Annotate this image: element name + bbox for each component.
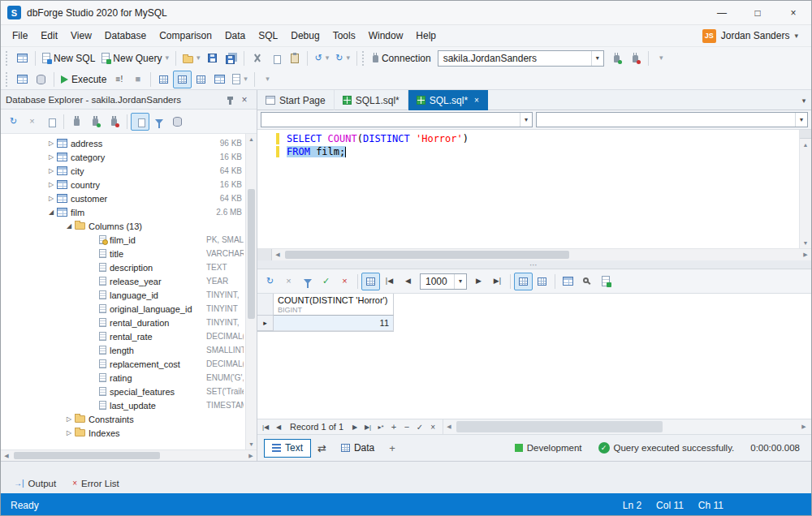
chevron-down-icon[interactable]: ▾ — [326, 54, 330, 62]
environment-indicator[interactable]: Development — [510, 443, 587, 453]
split-handle[interactable] — [800, 130, 811, 139]
cancel-results-button[interactable]: × — [279, 273, 298, 290]
show-object-sizes-button[interactable] — [131, 113, 149, 131]
execute-script-button[interactable]: ≡! — [110, 71, 128, 88]
export-data-button[interactable] — [596, 273, 615, 290]
edit-table-button[interactable] — [13, 49, 32, 67]
expand-icon[interactable]: ▷ — [64, 429, 74, 436]
menu-item-data[interactable]: Data — [218, 27, 252, 45]
scroll-down-icon[interactable]: ▼ — [246, 439, 257, 449]
disconnect-button[interactable] — [105, 113, 123, 131]
scroll-right-icon[interactable]: ▶ — [245, 453, 257, 459]
refresh-results-button[interactable]: ↻ — [261, 273, 279, 290]
cancel-changes-button[interactable]: × — [335, 273, 354, 290]
find-in-results-button[interactable] — [577, 273, 596, 290]
scrollbar-thumb[interactable] — [456, 421, 663, 432]
expand-icon[interactable]: ▷ — [64, 415, 74, 423]
expand-icon[interactable]: ▷ — [46, 167, 56, 174]
tree-item-customer[interactable]: ▷customer64 KB — [1, 191, 257, 205]
new-sql-button[interactable]: New SQL — [39, 49, 98, 67]
scroll-down-icon[interactable]: ▼ — [800, 238, 811, 248]
close-button[interactable]: × — [775, 1, 811, 24]
connection-button[interactable]: Connection — [369, 49, 434, 67]
new-query-button[interactable]: New Query ▾ — [98, 49, 172, 67]
chevron-down-icon[interactable]: ▾ — [794, 32, 798, 40]
pivot-view-button[interactable] — [559, 273, 577, 290]
next-page-button[interactable]: ▶ — [469, 273, 488, 290]
new-record-button[interactable]: ▸* — [374, 420, 387, 433]
editor-horizontal-scrollbar[interactable]: ◀ ▶ — [257, 248, 811, 260]
prev-record-button[interactable]: ◀ — [272, 420, 285, 433]
format-sql-button[interactable] — [13, 71, 32, 88]
tree-item-release-year[interactable]: release_yearYEAR — [1, 274, 257, 288]
tab-text-view[interactable]: Text — [264, 439, 311, 458]
chevron-down-icon[interactable]: ▾ — [244, 75, 248, 83]
close-panel-icon[interactable]: × — [237, 92, 252, 107]
tree-item-country[interactable]: ▷country16 KB — [1, 178, 257, 191]
menu-item-window[interactable]: Window — [362, 27, 410, 45]
menu-item-sql[interactable]: SQL — [252, 27, 284, 45]
tree-item-film[interactable]: ◢film2.6 MB — [1, 205, 257, 219]
tree-item-rental-rate[interactable]: rental_rateDECIMAL( — [1, 329, 257, 343]
refresh-button[interactable]: ↻ — [4, 113, 23, 131]
database-selector-combobox[interactable]: ▾ — [261, 112, 533, 127]
tab-output[interactable]: →| Output — [6, 474, 64, 493]
tree-item-language-id[interactable]: language_idTINYINT, — [1, 288, 257, 302]
account-area[interactable]: JS Jordan Sanders ▾ — [702, 29, 806, 43]
connect-button[interactable] — [607, 49, 626, 67]
menu-item-file[interactable]: File — [6, 27, 34, 45]
tab-error-list[interactable]: × Error List — [64, 474, 127, 493]
explorer-horizontal-scrollbar[interactable]: ◀ ▶ — [1, 449, 257, 461]
results-to-grid-button[interactable] — [173, 71, 192, 88]
save-all-button[interactable] — [222, 49, 240, 67]
code-line-1[interactable]: SELECT COUNT(DISTINCT 'Horror') — [257, 132, 799, 145]
menu-item-help[interactable]: Help — [409, 27, 443, 45]
filter-button[interactable] — [149, 113, 168, 131]
tree-item-city[interactable]: ▷city64 KB — [1, 164, 257, 178]
collapse-icon[interactable]: ◢ — [46, 209, 56, 216]
connect-button[interactable] — [86, 113, 105, 131]
pin-icon[interactable] — [222, 92, 237, 107]
chevron-down-icon[interactable]: ▾ — [346, 54, 350, 62]
tree-item-category[interactable]: ▷category16 KB — [1, 150, 257, 164]
query-profiler-button[interactable] — [154, 71, 173, 88]
scroll-up-icon[interactable]: ▲ — [246, 134, 257, 144]
custom-filter-button[interactable] — [298, 273, 317, 290]
tab-sql-sql[interactable]: SQL.sql*× — [408, 90, 488, 110]
paste-button[interactable] — [285, 49, 304, 67]
tree-item-address[interactable]: ▷address96 KB — [1, 136, 257, 150]
close-tab-icon[interactable]: × — [474, 96, 479, 105]
editor-results-splitter[interactable]: ⋯ — [257, 260, 811, 269]
maximize-button[interactable]: □ — [740, 1, 775, 24]
chevron-down-icon[interactable]: ▾ — [591, 51, 603, 66]
tab-sql1-sql[interactable]: SQL1.sql* — [335, 90, 408, 110]
cut-button[interactable] — [248, 49, 266, 67]
grid-view-button[interactable] — [514, 273, 533, 290]
scrollbar-thumb[interactable] — [14, 452, 160, 459]
apply-changes-button[interactable]: ✓ — [317, 273, 335, 290]
column-header[interactable]: COUNT(DISTINCT 'Horror') BIGINT — [274, 294, 394, 316]
post-edit-button[interactable]: ✓ — [413, 420, 426, 433]
tree-item-replacement-cost[interactable]: replacement_costDECIMAL( — [1, 357, 257, 371]
chevron-down-icon[interactable]: ▾ — [454, 274, 466, 289]
expand-icon[interactable]: ▷ — [46, 140, 56, 147]
tree-item-columns-13[interactable]: ◢Columns (13) — [1, 219, 257, 233]
grid-cell[interactable]: 11 — [274, 316, 394, 331]
scroll-right-icon[interactable]: ▶ — [800, 252, 811, 258]
tree-item-length[interactable]: lengthSMALLINT — [1, 343, 257, 357]
last-page-button[interactable]: ▶| — [488, 273, 507, 290]
menu-item-database[interactable]: Database — [98, 27, 153, 45]
prev-page-button[interactable]: ◀ — [399, 273, 417, 290]
card-view-button[interactable] — [533, 273, 551, 290]
first-page-button[interactable]: |◀ — [380, 273, 399, 290]
fetch-all-button[interactable] — [361, 273, 380, 290]
tree-item-rental-duration[interactable]: rental_durationTINYINT, — [1, 316, 257, 329]
collapse-icon[interactable]: ◢ — [64, 222, 74, 230]
add-view-button[interactable]: + — [389, 443, 395, 454]
expand-icon[interactable]: ▷ — [46, 195, 56, 202]
chevron-down-icon[interactable]: ▾ — [795, 113, 807, 127]
menu-item-view[interactable]: View — [64, 27, 98, 45]
undo-button[interactable]: ↺▾ — [311, 49, 332, 67]
scroll-right-icon[interactable]: ▶ — [798, 424, 810, 430]
code-line-2[interactable]: FROM film; — [257, 145, 799, 158]
